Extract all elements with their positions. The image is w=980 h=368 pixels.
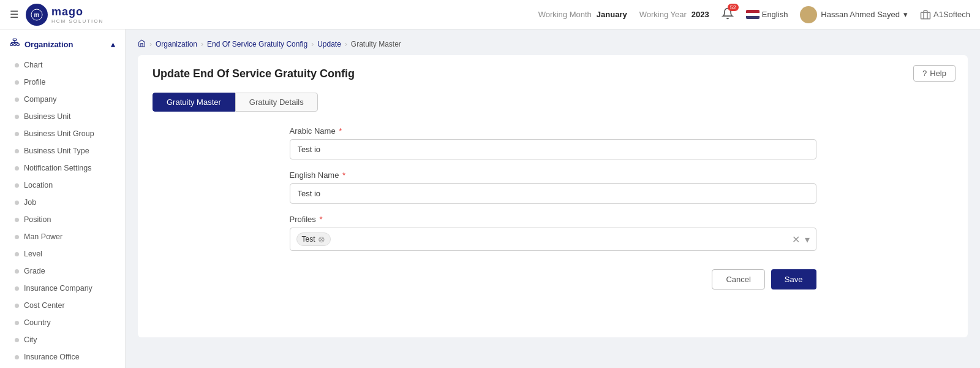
svg-rect-2	[921, 12, 930, 19]
sidebar-item-city[interactable]: City	[0, 331, 125, 348]
svg-rect-3	[13, 39, 16, 40]
sidebar-dot	[15, 149, 19, 153]
sidebar-item-business-unit[interactable]: Business Unit	[0, 108, 125, 125]
sidebar-dot	[15, 63, 19, 67]
sidebar-item-insurance-company[interactable]: Insurance Company	[0, 280, 125, 297]
sidebar-dot	[15, 286, 19, 291]
sidebar-section-organization[interactable]: Organization ▴	[0, 29, 125, 56]
notification-bell[interactable]: 52	[722, 7, 734, 21]
tab-gratuity-details[interactable]: Gratuity Details	[235, 93, 318, 112]
tabs-container: Gratuity Master Gratuity Details	[153, 93, 953, 112]
profile-tag: Test ⊗	[296, 232, 331, 246]
profiles-controls: ✕ ▾	[792, 234, 810, 245]
sidebar-item-business-unit-type[interactable]: Business Unit Type	[0, 142, 125, 159]
tag-close-icon[interactable]: ⊗	[318, 234, 325, 244]
sidebar-item-position[interactable]: Position	[0, 211, 125, 228]
cancel-button[interactable]: Cancel	[712, 269, 764, 289]
profiles-label: Profiles *	[290, 215, 816, 224]
required-marker: *	[339, 126, 342, 136]
profiles-group: Profiles * Test ⊗ ✕ ▾	[290, 215, 816, 251]
sidebar-item-business-unit-group[interactable]: Business Unit Group	[0, 125, 125, 142]
save-button[interactable]: Save	[771, 269, 816, 289]
sidebar-item-benefit-systems[interactable]: Benefit Systems	[0, 366, 125, 368]
sidebar-item-job[interactable]: Job	[0, 194, 125, 211]
user-menu[interactable]: Hassan Ahmed Sayed ▾	[800, 6, 908, 23]
sidebar-dot	[15, 321, 19, 325]
page-title: Update End Of Service Gratuity Config	[153, 67, 953, 80]
user-avatar	[800, 6, 817, 23]
sidebar-dot	[15, 355, 19, 359]
tab-gratuity-master[interactable]: Gratuity Master	[153, 93, 235, 112]
required-marker-3: *	[319, 215, 322, 224]
sidebar-dot	[15, 269, 19, 274]
content-area: › Organization › End Of Service Gratuity…	[126, 29, 980, 368]
sidebar-item-country[interactable]: Country	[0, 314, 125, 331]
sidebar-dot	[15, 235, 19, 239]
top-header: ☰ m mago HCM SOLUTION Working Month Janu…	[0, 0, 980, 29]
profiles-field[interactable]: Test ⊗ ✕ ▾	[290, 228, 816, 251]
english-name-group: English Name *	[290, 171, 816, 204]
sidebar-item-notification-settings[interactable]: Notification Settings	[0, 159, 125, 177]
sidebar-dot	[15, 304, 19, 308]
arabic-name-input[interactable]	[290, 139, 816, 159]
action-buttons: Cancel Save	[290, 269, 816, 289]
sidebar-item-insurance-office[interactable]: Insurance Office	[0, 348, 125, 366]
working-year-info: Working Year 2023	[639, 10, 709, 19]
clear-icon[interactable]: ✕	[792, 234, 800, 245]
sidebar-item-profile[interactable]: Profile	[0, 74, 125, 91]
logo-icon: m	[26, 4, 48, 26]
breadcrumb-current: Gratuity Master	[351, 40, 401, 48]
sidebar-item-man-power[interactable]: Man Power	[0, 228, 125, 245]
sidebar-item-location[interactable]: Location	[0, 177, 125, 194]
home-icon[interactable]	[138, 39, 146, 49]
sidebar-dot	[15, 132, 19, 136]
sidebar: Organization ▴ Chart Profile Company Bus…	[0, 29, 126, 368]
svg-text:m: m	[34, 12, 40, 18]
sidebar-dot	[15, 166, 19, 171]
sidebar-dot	[15, 218, 19, 222]
sidebar-item-level[interactable]: Level	[0, 245, 125, 263]
sidebar-items-list: Chart Profile Company Business Unit Busi…	[0, 56, 125, 368]
logo-text: mago HCM SOLUTION	[51, 6, 104, 24]
dropdown-icon[interactable]: ▾	[805, 234, 810, 245]
help-button[interactable]: ? Help	[913, 65, 956, 82]
breadcrumb-organization[interactable]: Organization	[156, 40, 197, 48]
main-layout: Organization ▴ Chart Profile Company Bus…	[0, 29, 980, 368]
arabic-name-label: Arabic Name *	[290, 126, 816, 136]
breadcrumb-eos-config[interactable]: End Of Service Gratuity Config	[207, 40, 307, 48]
chevron-down-icon: ▾	[903, 10, 908, 19]
form-container: Arabic Name * English Name * Profiles	[290, 126, 816, 289]
hamburger-icon[interactable]: ☰	[10, 9, 18, 20]
sidebar-item-company[interactable]: Company	[0, 91, 125, 108]
chevron-up-icon: ▴	[111, 40, 115, 49]
required-marker-2: *	[342, 171, 345, 180]
logo-area: m mago HCM SOLUTION	[26, 4, 104, 26]
help-icon: ?	[922, 69, 927, 78]
sidebar-dot	[15, 98, 19, 102]
organization-icon	[10, 38, 20, 50]
english-name-label: English Name *	[290, 171, 816, 180]
sidebar-dot	[15, 115, 19, 119]
sidebar-item-grade[interactable]: Grade	[0, 263, 125, 280]
language-selector[interactable]: English	[746, 10, 788, 19]
svg-rect-4	[10, 44, 13, 45]
sidebar-dot	[15, 338, 19, 342]
working-month-info: Working Month January	[538, 10, 627, 19]
header-right: Working Month January Working Year 2023 …	[538, 6, 970, 23]
sidebar-dot	[15, 252, 19, 256]
notification-badge: 52	[728, 4, 739, 11]
english-name-input[interactable]	[290, 183, 816, 204]
svg-rect-6	[17, 44, 19, 45]
breadcrumb: › Organization › End Of Service Gratuity…	[138, 39, 968, 49]
sidebar-dot	[15, 80, 19, 85]
sidebar-item-chart[interactable]: Chart	[0, 56, 125, 74]
breadcrumb-update[interactable]: Update	[317, 40, 341, 48]
sidebar-dot	[15, 201, 19, 205]
flag-icon	[746, 10, 760, 19]
svg-rect-5	[13, 44, 16, 45]
arabic-name-group: Arabic Name *	[290, 126, 816, 159]
sidebar-item-cost-center[interactable]: Cost Center	[0, 297, 125, 314]
sidebar-dot	[15, 183, 19, 188]
company-info: A1Softech	[920, 9, 970, 20]
page-card: Update End Of Service Gratuity Config ? …	[138, 55, 968, 337]
